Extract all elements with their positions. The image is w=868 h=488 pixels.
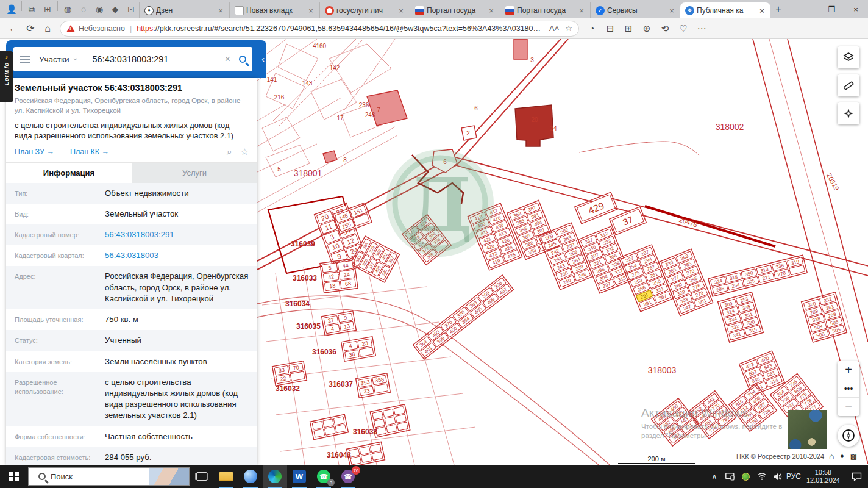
browser-tab-6[interactable]: ❖Публичная ка× (680, 2, 770, 18)
photos-app[interactable] (238, 465, 263, 488)
parcel-grid[interactable]: 35335823 (356, 373, 391, 398)
browser-tab-0[interactable]: ✦Дзен× (139, 2, 229, 18)
tab-close-icon[interactable]: × (667, 6, 677, 15)
minimize-button[interactable]: – (795, 0, 819, 18)
antivirus-tray-icon[interactable] (738, 465, 754, 488)
browser-tab-4[interactable]: Портал госуда× (500, 2, 590, 18)
favorite-star-icon[interactable]: ☆ (565, 24, 572, 33)
zoom-options-button[interactable]: ••• (838, 379, 859, 398)
field-value[interactable]: 56:43:0318003 (105, 250, 249, 261)
zoom-to-object-icon[interactable]: ⌕ (227, 146, 232, 157)
file-explorer[interactable] (214, 465, 238, 488)
restore-button[interactable]: ❐ (819, 0, 844, 18)
address-bar[interactable]: Небезопасно | https://pkk.rosreestr.ru/#… (60, 21, 579, 37)
search-highlight-image[interactable] (149, 468, 189, 485)
clear-search-icon[interactable]: × (225, 54, 230, 65)
plan-zu-link[interactable]: План ЗУ → (15, 148, 54, 156)
zoom-in-button[interactable]: + (838, 361, 859, 379)
close-button[interactable]: × (844, 0, 868, 18)
volume-icon[interactable] (770, 465, 786, 488)
field-value[interactable]: 56:43:0318003:291 (105, 229, 249, 240)
parcel-grid[interactable]: 54442241868 (320, 259, 358, 293)
zoom-out-button[interactable]: − (838, 398, 859, 416)
parcel-grid[interactable]: 485460482438466443467771 (652, 398, 700, 447)
tab-close-icon[interactable]: × (757, 6, 767, 15)
parcel-grid[interactable]: 360352289361328269509506508505 (802, 292, 847, 342)
profile-icon[interactable]: 👤 (4, 1, 20, 17)
parcel-grid[interactable]: 309253314335334351332320341315 (718, 292, 764, 342)
minimap-satellite-thumbnail[interactable] (788, 410, 827, 449)
tab-close-icon[interactable]: × (577, 6, 586, 15)
home-button[interactable]: ⌂ (39, 20, 56, 37)
search-box[interactable]: Участки › 56:43:0318003:291 × (13, 47, 252, 71)
search-category-select[interactable]: Участки (39, 55, 69, 64)
tab-close-icon[interactable]: × (396, 6, 406, 15)
back-button[interactable]: ← (5, 20, 22, 37)
window-controls: – ❐ × (795, 0, 868, 18)
browser-essentials-icon[interactable]: ♡ (674, 20, 692, 37)
measure-button[interactable] (838, 74, 859, 96)
favorite-object-icon[interactable]: ☆ (241, 146, 249, 157)
settings-more-icon[interactable]: ⋯ (692, 20, 711, 37)
viber[interactable]: ☎76 (336, 465, 360, 488)
copilot-icon[interactable]: ◔ (583, 20, 601, 37)
taskbar-clock[interactable]: 10:58 12.01.2024 (802, 468, 845, 484)
history-icon[interactable]: ⟲ (656, 20, 674, 37)
locate-object-button[interactable] (838, 102, 859, 124)
plan-kk-link[interactable]: План КК → (70, 148, 109, 156)
layers-button[interactable] (838, 46, 859, 68)
browser-tab-3[interactable]: Портал госуда× (410, 2, 500, 18)
circle-ext-icon[interactable]: ◌ (76, 1, 91, 17)
new-tab-button[interactable]: + (770, 1, 786, 17)
parcel-grid[interactable]: 3302632852652772702802953292763032792473… (658, 249, 713, 316)
refresh-button[interactable]: ⟳ (22, 20, 39, 37)
tab-services[interactable]: Услуги (132, 163, 257, 183)
parcel-grid[interactable]: 324318350313338319286264305271278 (708, 255, 808, 296)
collapse-panel-icon[interactable]: ‹ (261, 54, 265, 64)
parcel-grid[interactable]: 452441440770461772776789 (688, 391, 736, 439)
wifi-icon[interactable] (754, 465, 770, 488)
parcel-grid[interactable] (310, 414, 349, 439)
edge-browser[interactable] (263, 465, 287, 488)
parcel-grid[interactable]: 42338 (341, 337, 376, 362)
notification-center-icon[interactable] (845, 465, 868, 488)
search-icon[interactable] (239, 56, 246, 63)
tab-close-icon[interactable]: × (486, 6, 496, 15)
start-button[interactable] (0, 465, 28, 488)
globe-ext-icon[interactable]: ◍ (60, 1, 76, 17)
split-screen-icon[interactable]: ⊟ (601, 20, 619, 37)
language-indicator[interactable]: РУС (786, 465, 802, 488)
parcel-grid[interactable]: 429 (575, 192, 618, 224)
home-map-icon[interactable]: ⌂ (829, 451, 834, 461)
grid-ext-icon[interactable]: ⊡ (123, 1, 139, 17)
browser-tab-5[interactable]: ✓Сервисы× (590, 2, 680, 18)
sidebar-icon[interactable]: ⊞ (40, 1, 55, 17)
page-content: 3714233793723743763773783694184174094104… (0, 39, 868, 465)
color-ext-icon[interactable]: ◉ (91, 1, 107, 17)
menu-icon[interactable] (20, 56, 30, 63)
wallet-icon[interactable]: ⊕ (638, 20, 656, 37)
word[interactable]: W (287, 465, 311, 488)
tab-information[interactable]: Информация (6, 163, 132, 183)
parcel-grid[interactable]: 816794812808786827780788 (729, 384, 777, 432)
stack-icon[interactable]: ⧉ (24, 1, 40, 17)
read-aloud-icon[interactable]: A˄ (549, 24, 559, 33)
taskbar-search-box[interactable]: Поиск (28, 467, 190, 486)
cast-device-icon[interactable] (722, 465, 738, 488)
search-input[interactable]: 56:43:0318003:291 (93, 54, 225, 64)
browser-tab-1[interactable]: Новая вкладк× (229, 2, 319, 18)
center-map-icon[interactable]: ✦ (839, 452, 845, 461)
whatsapp[interactable]: ☎3 (311, 465, 336, 488)
tab-close-icon[interactable]: × (216, 6, 226, 15)
field-value: 284 055 руб. (105, 452, 249, 463)
compass-button[interactable] (838, 425, 859, 447)
basemap-icon[interactable]: ▩ (850, 452, 857, 461)
task-view[interactable] (190, 465, 214, 488)
tab-close-icon[interactable]: × (306, 6, 316, 15)
parcel-grid[interactable] (347, 442, 385, 465)
collections-icon[interactable]: ⊞ (619, 20, 638, 37)
diamond-ext-icon[interactable]: ◆ (107, 1, 123, 17)
tray-chevron-icon[interactable]: ∧ (706, 465, 722, 488)
browser-tab-2[interactable]: госуслуги лич× (319, 2, 410, 18)
lotinfo-side-tab[interactable]: › LotInfo (0, 51, 13, 102)
